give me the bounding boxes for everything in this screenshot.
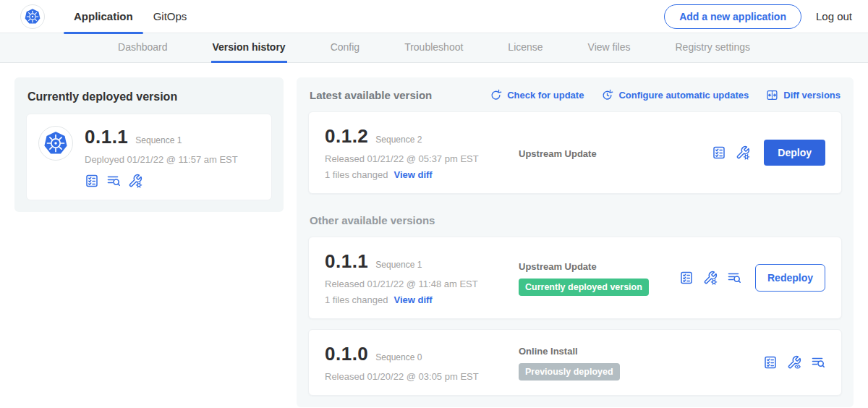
- available-versions-panel: Latest available version Check for updat…: [297, 77, 854, 407]
- subnav-tab-license[interactable]: License: [506, 33, 544, 63]
- version-number: 0.1.2: [325, 125, 368, 148]
- subnav-tab-dashboard[interactable]: Dashboard: [116, 33, 169, 63]
- deployed-timestamp: Deployed 01/21/22 @ 11:57 am EST: [85, 154, 238, 165]
- released-timestamp: Released 01/20/22 @ 03:05 pm EST: [325, 371, 519, 382]
- latest-available-title: Latest available version: [310, 89, 432, 101]
- diff-icon: [766, 89, 778, 101]
- version-source-label: Upstream Update: [519, 148, 712, 159]
- configure-automatic-updates-label: Configure automatic updates: [618, 90, 749, 101]
- logout-button[interactable]: Log out: [816, 10, 856, 22]
- subnav-tab-version-history[interactable]: Version history: [211, 33, 287, 63]
- panel-actions: Check for update Configure automatic upd…: [490, 89, 841, 101]
- subnav-tab-troubleshoot[interactable]: Troubleshoot: [403, 33, 464, 63]
- version-source-label: Upstream Update: [519, 261, 679, 272]
- version-card-0-1-1: 0.1.1 Sequence 1 Released 01/21/22 @ 11:…: [308, 237, 842, 319]
- other-available-versions-title: Other available versions: [310, 214, 841, 226]
- edit-config-icon[interactable]: [128, 174, 142, 188]
- preflight-checks-icon[interactable]: [712, 145, 726, 160]
- top-nav-right: Add a new application Log out: [664, 4, 856, 29]
- files-changed-label: 1 files changed: [325, 169, 388, 180]
- check-for-update-link[interactable]: Check for update: [490, 89, 584, 101]
- preflight-checks-icon[interactable]: [763, 355, 778, 370]
- sequence-label: Sequence 1: [375, 260, 422, 270]
- app-icon: [38, 126, 73, 161]
- redeploy-button[interactable]: Redeploy: [755, 264, 825, 292]
- sequence-label: Sequence 2: [375, 135, 422, 145]
- app-logo: [20, 4, 45, 29]
- diff-versions-label: Diff versions: [783, 90, 841, 101]
- deployed-version-card: 0.1.1 Sequence 1 Deployed 01/21/22 @ 11:…: [26, 114, 272, 200]
- top-nav: Application GitOps Add a new application…: [0, 0, 868, 33]
- version-card-0-1-0: 0.1.0 Sequence 0 Released 01/20/22 @ 03:…: [308, 329, 842, 396]
- tab-gitops[interactable]: GitOps: [143, 0, 197, 33]
- check-for-update-label: Check for update: [507, 90, 584, 101]
- app-subnav: Dashboard Version history Config Trouble…: [0, 33, 868, 63]
- kubernetes-icon: [43, 130, 69, 156]
- deployed-sequence-label: Sequence 1: [135, 135, 182, 145]
- currently-deployed-title: Currently deployed version: [27, 90, 272, 103]
- view-diff-link[interactable]: View diff: [393, 169, 432, 180]
- add-application-button[interactable]: Add a new application: [664, 4, 801, 29]
- subnav-tab-config[interactable]: Config: [329, 33, 361, 63]
- released-timestamp: Released 01/21/22 @ 11:48 am EST: [325, 279, 519, 289]
- deploy-logs-icon[interactable]: [727, 271, 741, 285]
- version-source-label: Online Install: [519, 346, 763, 357]
- sequence-label: Sequence 0: [375, 352, 422, 362]
- kubernetes-icon: [24, 8, 41, 25]
- version-number: 0.1.0: [325, 343, 368, 365]
- deploy-logs-icon[interactable]: [106, 174, 121, 188]
- currently-deployed-badge: Currently deployed version: [519, 279, 649, 296]
- refresh-icon: [490, 89, 502, 101]
- subnav-tab-view-files[interactable]: View files: [587, 33, 632, 63]
- version-card-0-1-2: 0.1.2 Sequence 2 Released 01/21/22 @ 05:…: [308, 111, 842, 194]
- deployed-version-number: 0.1.1: [85, 126, 128, 148]
- deploy-button[interactable]: Deploy: [764, 140, 825, 166]
- version-history-page: Currently deployed version 0.1.1 Sequenc…: [0, 63, 868, 408]
- deploy-logs-icon[interactable]: [811, 355, 825, 370]
- configure-automatic-updates-link[interactable]: Configure automatic updates: [601, 89, 749, 101]
- tab-application[interactable]: Application: [64, 0, 143, 33]
- version-number: 0.1.1: [325, 250, 368, 273]
- preflight-checks-icon[interactable]: [679, 271, 694, 285]
- released-timestamp: Released 01/21/22 @ 05:37 pm EST: [325, 153, 519, 164]
- preflight-checks-icon[interactable]: [85, 174, 99, 188]
- view-diff-link[interactable]: View diff: [393, 294, 432, 305]
- refresh-clock-icon: [601, 89, 613, 101]
- edit-config-icon[interactable]: [703, 271, 718, 285]
- subnav-tab-registry-settings[interactable]: Registry settings: [674, 33, 752, 63]
- previously-deployed-badge: Previously deployed: [519, 363, 620, 381]
- currently-deployed-panel: Currently deployed version 0.1.1 Sequenc…: [14, 77, 284, 212]
- diff-versions-link[interactable]: Diff versions: [766, 89, 841, 101]
- view-config-icon[interactable]: [787, 355, 801, 370]
- edit-config-icon[interactable]: [736, 145, 750, 160]
- files-changed-label: 1 files changed: [325, 294, 388, 305]
